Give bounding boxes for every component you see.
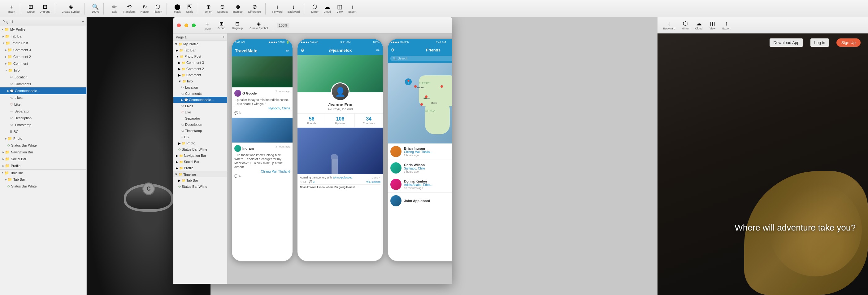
layer-item-info[interactable]: ▼ 📁 Info: [0, 67, 86, 74]
zoom-button[interactable]: 🔍 100%: [90, 3, 101, 14]
website-download-button[interactable]: Download App: [770, 38, 803, 47]
layer-item-comment2[interactable]: ▶ 📁 Comment 2: [0, 53, 86, 60]
insert-button[interactable]: ＋ Insert: [6, 3, 17, 14]
layer-timeline-tab-bar[interactable]: ▶ 📁 Tab Bar: [0, 176, 86, 183]
phone2-like-icon[interactable]: ♡ 14: [300, 180, 307, 183]
layer-item-comments-text[interactable]: ▶ Aa Comments: [0, 81, 86, 87]
layer-item-navigation-bar[interactable]: ▶ 📁 Navigation Bar: [0, 149, 86, 155]
phone3-friend-3[interactable]: Donna Kimber Addis Ababa, Ethic... 10 mi…: [388, 176, 452, 193]
sketch-layer-comment[interactable]: ▶ 📁 Comment: [173, 72, 227, 78]
sketch-layer-comment-sel[interactable]: ▶ 💬 Comment-sele...: [173, 97, 227, 103]
view-button[interactable]: ◫ View: [334, 3, 345, 14]
mirror-button[interactable]: ⬡ Mirror: [309, 3, 320, 14]
sketch-create-symbol-button[interactable]: ◈ Create Symbol: [247, 20, 271, 31]
intersect-button[interactable]: ⊗ Intersect: [230, 3, 245, 14]
website-view-button[interactable]: ◫ View: [707, 20, 718, 31]
layer-item-tab-bar[interactable]: ▶ 📁 Tab Bar: [0, 33, 86, 40]
window-close-btn[interactable]: [177, 24, 181, 27]
website-backward-button[interactable]: ↓ Backward: [661, 20, 677, 31]
layer-item-profile[interactable]: ▶ 📁 Profile: [0, 163, 86, 169]
phone2-caption-link[interactable]: John Appleseed.: [333, 176, 353, 179]
layer-item-comment[interactable]: ▶ 📁 Comment: [0, 60, 86, 67]
sketch-layer-timestamp[interactable]: Aa Timestamp: [173, 128, 227, 134]
website-export-button[interactable]: ↑ Export: [721, 20, 733, 31]
layer-item-likes[interactable]: ▶ Aa Likes: [0, 94, 86, 101]
sketch-layer-myprofile[interactable]: ▼ 📁 My Profile: [173, 41, 227, 47]
window-minimize-btn[interactable]: [185, 24, 188, 27]
sketch-layer-comments-text[interactable]: Aa Comments: [173, 90, 227, 97]
phone2-comment-icon[interactable]: 💬 3: [309, 180, 315, 183]
create-symbol-button[interactable]: ◈ Create Symbol: [60, 3, 82, 14]
phone1-post2-location[interactable]: Chiang Mai, Thailand: [234, 170, 290, 173]
sketch-layer-tl-status[interactable]: ⟳ Status Bar White: [173, 183, 227, 189]
sketch-layer-comment3[interactable]: ▶ 📁 Comment 3: [173, 59, 227, 66]
sketch-layer-bg[interactable]: ☰ BG: [173, 134, 227, 140]
mask-button[interactable]: ⬤ Mask: [172, 3, 183, 14]
export-button[interactable]: ↑ Export: [346, 3, 358, 14]
scale-button[interactable]: ⇱ Scale: [184, 3, 195, 14]
ungroup-button[interactable]: ⊟ Ungroup: [38, 3, 52, 14]
layer-item-comment3[interactable]: ▶ 📁 Comment 3: [0, 47, 86, 53]
layer-root[interactable]: ▼ 📁 My Profile: [0, 26, 86, 33]
website-signup-button[interactable]: Sign Up: [836, 38, 861, 47]
cloud-button[interactable]: ☁ Cloud: [322, 3, 333, 14]
union-button[interactable]: ⊕ Union: [203, 3, 214, 14]
sketch-layer-comment2[interactable]: ▶ 📁 Comment 2: [173, 66, 227, 72]
group-button[interactable]: ⊞ Group: [25, 3, 36, 14]
phone3-friend-4[interactable]: John Appleseed: [388, 193, 452, 209]
sketch-ungroup-button[interactable]: ⊟ Ungroup: [230, 20, 246, 31]
sketch-layer-description[interactable]: Aa Description: [173, 121, 227, 128]
layer-timeline[interactable]: ▼ 📁 Timeline: [0, 169, 86, 176]
sketch-layer-photo[interactable]: ▶ 📁 Photo: [173, 140, 227, 146]
phone1-post1-location[interactable]: Nyingchi, China: [234, 107, 290, 110]
backward-button[interactable]: ↓ Backward: [286, 3, 302, 14]
phone3-search-input-wrap[interactable]: 🔍 Search: [390, 56, 452, 61]
website-mirror-button[interactable]: ⬡ Mirror: [680, 20, 691, 31]
phone3-friend-1[interactable]: Brian Ingram Chiang Mai, Thaila... 2 hou…: [388, 144, 452, 160]
subtract-button[interactable]: ⊖ Subtract: [215, 3, 230, 14]
sketch-group-button[interactable]: ⊞ Group: [215, 20, 228, 31]
sketch-layer-photopost[interactable]: ▼ 📁 Photo Post: [173, 53, 227, 59]
sketch-layer-info[interactable]: ▼ 📁 Info: [173, 78, 227, 84]
transform-button[interactable]: ⟲ Transform: [121, 3, 137, 14]
sketch-canvas[interactable]: 9:41 AM ●●●●● 100% 🔋 TravelMate ✏: [227, 33, 452, 284]
website-cloud-button[interactable]: ☁ Cloud: [693, 20, 705, 31]
phone2-edit-icon[interactable]: ✏: [376, 48, 380, 53]
sketch-zoom-display[interactable]: 100%: [277, 23, 289, 28]
sketch-layer-likes[interactable]: Aa Likes: [173, 103, 227, 109]
layer-item-social-bar[interactable]: ▶ 📁 Social Bar: [0, 155, 86, 163]
rotate-button[interactable]: ↻ Rotate: [139, 3, 151, 14]
sketch-layer-tl-tabbar[interactable]: ▶ 📁 Tab Bar: [173, 177, 227, 183]
sketch-layer-location[interactable]: Aa Location: [173, 84, 227, 90]
layer-item-bg[interactable]: ▶ ☰ BG: [0, 128, 86, 135]
layer-item-separator[interactable]: ▶ — Separator: [0, 108, 86, 115]
sketch-layer-profile[interactable]: ▶ 📁 Profile: [173, 165, 227, 171]
layer-item-photo[interactable]: ▶ 📁 Photo: [0, 135, 86, 142]
sketch-layer-socialbar[interactable]: ▶ 📁 Social Bar: [173, 159, 227, 165]
layer-item-like[interactable]: ▶ ♡ Like: [0, 101, 86, 108]
layer-item-photo-post[interactable]: ▼ 📁 Photo Post: [0, 40, 86, 47]
layer-item-status-bar-white-1[interactable]: ▶ ⟳ Status Bar White: [0, 142, 86, 149]
add-page-button[interactable]: +: [82, 20, 84, 24]
edit-button[interactable]: ✏ Edit: [108, 3, 120, 14]
layer-item-comment-selected[interactable]: ▶ 💬 Comment-sele...: [0, 87, 86, 94]
sketch-insert-button[interactable]: ＋ Insert: [201, 19, 213, 32]
sketch-layer-timeline[interactable]: ▼ 📁 Timeline: [173, 171, 227, 177]
forward-button[interactable]: ↑ Forward: [271, 3, 284, 14]
phone1-edit-icon[interactable]: ✏: [286, 48, 289, 53]
phone3-back-icon[interactable]: ✈: [391, 47, 395, 53]
page-name[interactable]: Page 1: [2, 20, 13, 24]
sketch-layer-status-white[interactable]: ⟳ Status Bar White: [173, 146, 227, 152]
difference-button[interactable]: ⊘ Difference: [246, 3, 263, 14]
layer-item-timestamp[interactable]: ▶ Aa Timestamp: [0, 121, 86, 128]
layer-item-description[interactable]: ▶ Aa Description: [0, 115, 86, 121]
phone2-settings-icon[interactable]: ⚙: [301, 48, 305, 53]
canvas-area[interactable]: C ＋ Insert ⊞ Group: [87, 17, 868, 295]
sketch-layer-tabbar[interactable]: ▶ 📁 Tab Bar: [173, 47, 227, 53]
sketch-layer-like[interactable]: ♡ Like: [173, 109, 227, 115]
sketch-add-page[interactable]: +: [223, 35, 225, 39]
sketch-layer-separator[interactable]: — Separator: [173, 115, 227, 121]
sketch-layer-navbar[interactable]: ▶ 📁 Navigation Bar: [173, 152, 227, 159]
layer-item-location[interactable]: ▶ Aa Location: [0, 74, 86, 81]
website-login-button[interactable]: Log in: [810, 38, 829, 47]
